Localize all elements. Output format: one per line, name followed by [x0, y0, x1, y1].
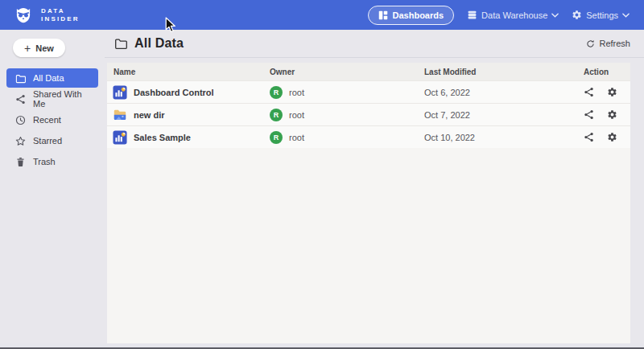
share-icon[interactable] [584, 109, 594, 120]
sidebar-item-trash[interactable]: Trash [6, 152, 98, 171]
mouse-cursor [165, 17, 177, 34]
folder-icon [114, 37, 127, 50]
name-cell: Sales Sample [107, 130, 270, 145]
folder-icon [15, 73, 26, 84]
share-icon[interactable] [584, 87, 594, 97]
name-cell: Dashboard Control [107, 85, 270, 100]
folder-file-icon [113, 108, 127, 122]
file-name[interactable]: new dir [134, 110, 165, 120]
share-icon[interactable] [584, 132, 594, 142]
app-logo-text: DATA INSIDER [41, 7, 80, 23]
share-icon [15, 94, 26, 105]
column-header-action: Action [584, 68, 630, 76]
sidebar-item-all-data[interactable]: All Data [6, 68, 98, 88]
app-header: DATA INSIDER Dashboards Data Warehouse S… [0, 0, 644, 30]
table-row[interactable]: Dashboard Control R root Oct 6, 2022 [107, 80, 630, 103]
plus-icon: + [24, 43, 31, 54]
dashboard-grid-icon [378, 10, 388, 20]
page-title: All Data [134, 36, 184, 51]
owner-name: root [289, 110, 304, 120]
database-icon [467, 10, 477, 20]
settings-label: Settings [586, 10, 618, 20]
sidebar-nav: All Data Shared With Me Recent Starred T… [0, 68, 105, 171]
table-row[interactable]: Sales Sample R root Oct 10, 2022 [107, 125, 630, 148]
table-row[interactable]: new dir R root Oct 7, 2022 [107, 103, 630, 125]
action-cell [584, 132, 630, 142]
file-name[interactable]: Sales Sample [134, 133, 191, 142]
settings-menu[interactable]: Settings [572, 10, 630, 20]
owl-logo-icon [13, 5, 34, 26]
refresh-button[interactable]: Refresh [586, 39, 630, 48]
owner-avatar: R [270, 109, 283, 121]
sidebar-item-label: Shared With Me [33, 89, 89, 109]
gear-icon[interactable] [607, 87, 617, 97]
data-warehouse-label: Data Warehouse [481, 10, 547, 20]
owner-avatar: R [270, 86, 283, 99]
dashboards-label: Dashboards [393, 10, 444, 20]
chevron-down-icon [622, 13, 630, 18]
content-header: All Data Refresh [105, 30, 644, 58]
sidebar-item-recent[interactable]: Recent [6, 110, 98, 129]
sidebar-item-starred[interactable]: Starred [6, 131, 98, 150]
owner-cell: R root [270, 131, 424, 144]
column-header-name: Name [107, 68, 270, 76]
dashboard-file-icon [113, 130, 127, 145]
dashboards-button[interactable]: Dashboards [368, 6, 455, 25]
clock-icon [15, 115, 26, 125]
last-modified-cell: Oct 7, 2022 [424, 110, 584, 120]
column-header-last-modified: Last Modified [424, 68, 584, 76]
sidebar-item-label: Starred [33, 136, 62, 146]
owner-cell: R root [270, 109, 424, 121]
sidebar-item-shared-with-me[interactable]: Shared With Me [6, 89, 98, 109]
gear-icon [572, 10, 582, 20]
logo-line-1: DATA [41, 7, 80, 15]
new-button[interactable]: + New [13, 39, 65, 57]
app-logo: DATA INSIDER [13, 5, 80, 26]
gear-icon[interactable] [607, 109, 617, 120]
dashboard-file-icon [113, 85, 127, 100]
last-modified-cell: Oct 10, 2022 [424, 133, 584, 142]
sidebar: + New All Data Shared With Me Recent Sta… [0, 30, 105, 343]
owner-avatar: R [270, 131, 283, 144]
action-cell [584, 109, 630, 120]
name-cell: new dir [107, 108, 270, 122]
table-header-row: Name Owner Last Modified Action [107, 63, 630, 80]
file-name[interactable]: Dashboard Control [134, 88, 214, 97]
new-button-label: New [35, 43, 54, 53]
refresh-label: Refresh [599, 39, 630, 48]
column-header-owner: Owner [270, 68, 424, 76]
header-nav: Dashboards Data Warehouse Settings [368, 6, 636, 25]
chevron-down-icon [551, 13, 559, 18]
owner-name: root [289, 133, 304, 142]
gear-icon[interactable] [607, 132, 617, 142]
last-modified-cell: Oct 6, 2022 [424, 88, 584, 97]
owner-cell: R root [270, 86, 424, 99]
data-table: Name Owner Last Modified Action Dashboar… [107, 63, 630, 343]
sidebar-item-label: Trash [33, 157, 56, 166]
trash-icon [15, 157, 26, 167]
owner-name: root [289, 88, 304, 97]
refresh-icon [586, 39, 595, 48]
star-icon [15, 136, 26, 146]
main-content: All Data Refresh Name Owner Last Modifie… [105, 30, 644, 343]
data-warehouse-menu[interactable]: Data Warehouse [467, 10, 559, 20]
sidebar-item-label: All Data [33, 73, 64, 83]
logo-line-2: INSIDER [41, 15, 80, 23]
action-cell [584, 87, 630, 97]
sidebar-item-label: Recent [33, 115, 61, 125]
